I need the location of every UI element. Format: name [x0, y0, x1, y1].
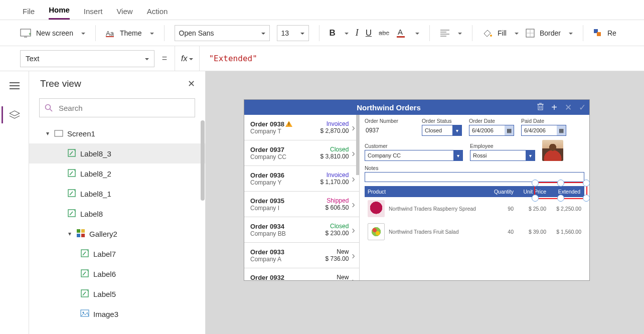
search-icon	[45, 104, 53, 112]
hdr-quantity: Quantity	[486, 189, 514, 195]
tree-item-image3[interactable]: Image3	[29, 304, 205, 324]
tree-item-label6[interactable]: Label6	[29, 264, 205, 284]
notes-input[interactable]	[365, 172, 584, 182]
tree-item-label8_1[interactable]: Label8_1	[29, 184, 205, 204]
menu-view[interactable]: View	[116, 7, 132, 20]
employee-avatar	[542, 140, 563, 161]
product-image	[368, 223, 385, 240]
bold-button[interactable]: B	[330, 28, 349, 38]
italic-button[interactable]: I	[356, 28, 359, 38]
order-item[interactable]: Order 0934Company BB Closed$ 230.00 ›	[244, 217, 359, 243]
svg-text:A: A	[398, 28, 403, 36]
screen-icon: +	[20, 29, 31, 38]
align-button[interactable]	[440, 29, 462, 37]
font-name-value: Open Sans	[179, 29, 214, 37]
chevron-right-icon: ›	[352, 250, 355, 261]
theme-button[interactable]: Aa Theme	[106, 29, 154, 38]
val-order-number: 0937	[365, 125, 415, 134]
new-screen-button[interactable]: + New screen	[20, 29, 85, 38]
hamburger-button[interactable]	[3, 77, 27, 94]
formula-input[interactable]: "Extended"	[200, 54, 644, 63]
font-color-button[interactable]: A	[396, 28, 419, 39]
tree-item-label: Label8_2	[80, 170, 111, 178]
tree-item-label: Gallery2	[89, 230, 117, 238]
theme-label: Theme	[120, 29, 142, 37]
fx-button[interactable]: fx	[175, 46, 200, 71]
tree-item-screen1[interactable]: ▾ Screen1	[29, 123, 205, 143]
line-row[interactable]: Northwind Traders Raspberry Spread 90 $ …	[365, 197, 584, 220]
line-row[interactable]: Northwind Traders Fruit Salad 40 $ 39.00…	[365, 220, 584, 243]
hdr-unit-price: Unit Price	[514, 189, 546, 195]
underline-button[interactable]: U	[366, 28, 372, 38]
canvas[interactable]: Northwind Orders + ✕ ✓ Order 0938Company…	[206, 71, 644, 334]
add-icon[interactable]: +	[547, 102, 561, 113]
order-item[interactable]: Order 0935Company I Shipped$ 606.50 ›	[244, 192, 359, 217]
order-status: Invoiced	[310, 120, 349, 127]
paid-date-input[interactable]: 6/4/2006▦	[521, 125, 566, 136]
label-icon	[67, 169, 76, 179]
calendar-icon: ▦	[557, 125, 566, 135]
cancel-icon[interactable]: ✕	[561, 102, 575, 113]
tree-item-label8_3[interactable]: Label8_3	[29, 143, 205, 163]
lbl-customer: Customer	[365, 143, 463, 149]
menu-home[interactable]: Home	[49, 6, 70, 20]
delete-icon[interactable]	[533, 102, 547, 113]
svg-point-35	[83, 311, 84, 313]
border-button[interactable]: Border	[526, 29, 573, 38]
menu-action[interactable]: Action	[147, 7, 168, 20]
order-item[interactable]: Order 0932Company K New$ 800.00 ›	[244, 268, 359, 280]
order-list[interactable]: Order 0938Company T Invoiced$ 2,870.00 ›…	[244, 115, 360, 280]
tree-item-label8_2[interactable]: Label8_2	[29, 163, 205, 184]
reorder-button[interactable]: Re	[593, 29, 616, 38]
label-icon	[80, 269, 89, 279]
svg-rect-16	[597, 32, 601, 36]
tree-search-input[interactable]	[58, 103, 190, 113]
chevron-right-icon: ›	[352, 199, 355, 210]
order-item[interactable]: Order 0938Company T Invoiced$ 2,870.00 ›	[244, 115, 359, 140]
menu-file[interactable]: File	[23, 7, 35, 20]
tree-item-label7[interactable]: Label7	[29, 244, 205, 264]
tree-item-label8[interactable]: Label8	[29, 204, 205, 224]
gallery-icon	[76, 229, 85, 239]
order-amount: $ 2,870.00	[310, 127, 349, 134]
order-date-input[interactable]: 6/4/2006▦	[469, 125, 514, 136]
order-item[interactable]: Order 0936Company Y Invoiced$ 1,170.00 ›	[244, 166, 359, 192]
menu-insert[interactable]: Insert	[84, 7, 103, 20]
fx-label: fx	[181, 54, 187, 63]
order-amount: $ 1,170.00	[310, 179, 349, 186]
confirm-icon[interactable]: ✓	[575, 102, 589, 113]
property-select[interactable]: Text	[20, 50, 154, 67]
font-name-select[interactable]: Open Sans	[175, 25, 270, 41]
fill-button[interactable]: Fill	[482, 29, 519, 38]
customer-select[interactable]: Company CC▾	[365, 150, 463, 161]
label-icon	[67, 148, 76, 159]
order-status-select[interactable]: Closed▾	[422, 125, 462, 136]
tree-search[interactable]	[39, 98, 195, 117]
font-size-select[interactable]: 13	[277, 25, 309, 41]
svg-rect-22	[55, 130, 63, 136]
product-name: Northwind Traders Fruit Salad	[389, 229, 486, 235]
order-number: Order 0933	[250, 248, 307, 256]
order-amount: $ 230.00	[310, 230, 349, 237]
label-icon	[80, 249, 89, 259]
order-list-scroll[interactable]	[356, 115, 359, 175]
border-icon	[526, 29, 535, 38]
hdr-product: Product	[368, 189, 486, 195]
tree-item-label5[interactable]: Label5	[29, 284, 205, 304]
strike-button[interactable]: abc	[379, 29, 389, 37]
chevron-right-icon: ›	[352, 173, 355, 185]
svg-rect-6	[397, 36, 405, 38]
order-item[interactable]: Order 0937Company CC Closed$ 3,810.00 ›	[244, 140, 359, 166]
hdr-extended[interactable]: Extended	[546, 189, 581, 195]
close-panel-button[interactable]: ✕	[188, 78, 195, 89]
tree-view-nav[interactable]	[2, 106, 26, 123]
equals-sign: =	[154, 53, 175, 64]
line-qty: 40	[486, 229, 514, 235]
tree-item-gallery2[interactable]: ▾Gallery2	[29, 224, 205, 244]
employee-select[interactable]: Rossi▾	[470, 150, 535, 161]
order-item[interactable]: Order 0933Company A New$ 736.00 ›	[244, 243, 359, 268]
order-status: Invoiced	[310, 172, 349, 179]
tree-scroll-thumb[interactable]	[201, 120, 205, 201]
order-status: New	[310, 248, 349, 255]
reorder-icon	[593, 29, 602, 38]
